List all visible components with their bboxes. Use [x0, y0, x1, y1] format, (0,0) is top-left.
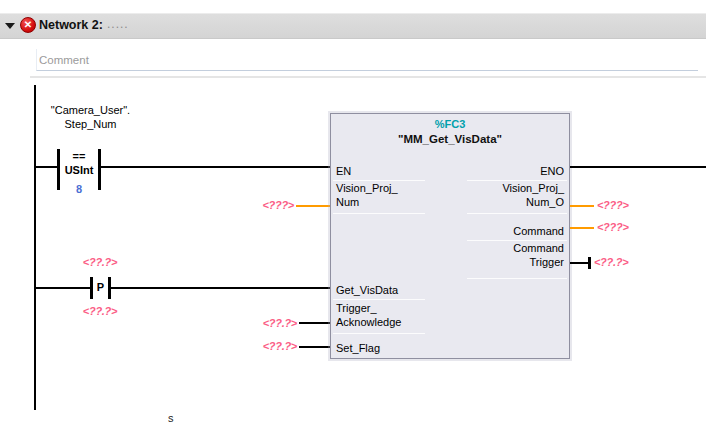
- lad-network-editor: ✕ Network 2: ..... Comment "Camera_User"…: [0, 0, 706, 437]
- wire-trigger-ack-input: [299, 322, 331, 324]
- pin-vision-proj-num-o-line1: Vision_Proj_: [502, 181, 564, 195]
- operand-vision-proj-num-o-out[interactable]: <???>: [597, 199, 629, 212]
- wire-num-o-output: [570, 205, 594, 207]
- wire-p-to-getvisdata: [111, 287, 331, 289]
- p-contact-operand-below[interactable]: <??.?>: [70, 305, 130, 318]
- pin-vision-proj-num-o-line2: Num_O: [526, 195, 564, 209]
- pin-command: Command: [513, 224, 564, 238]
- pin-set-flag: Set_Flag: [336, 341, 380, 355]
- compare-operand-line2[interactable]: Step_Num: [28, 118, 153, 131]
- operand-set-flag-in[interactable]: <??.?>: [257, 340, 297, 353]
- pin-separator: [467, 278, 567, 279]
- power-rail: [34, 85, 36, 410]
- wire-command-trigger-output: [570, 262, 589, 264]
- pin-trigger-ack-line1: Trigger_: [336, 301, 377, 315]
- network-title-placeholder[interactable]: .....: [107, 17, 129, 31]
- operand-vision-proj-num-in[interactable]: <???>: [254, 199, 294, 212]
- pin-trigger-ack-line2: Acknowledge: [336, 315, 401, 329]
- pin-separator: [333, 213, 425, 214]
- pin-vision-proj-num-line2: Num: [336, 195, 359, 209]
- wire-set-flag-input: [299, 346, 331, 348]
- compare-value[interactable]: 8: [59, 183, 99, 196]
- fc-block-mm-get-visdata[interactable]: %FC3 "MM_Get_VisData" EN ENO Vision_Proj…: [330, 113, 570, 359]
- p-contact-label[interactable]: P: [93, 281, 108, 294]
- collapse-triangle-icon[interactable]: [5, 23, 15, 29]
- block-address: %FC3: [331, 118, 569, 130]
- wire-num-input: [296, 205, 331, 207]
- operand-command-out[interactable]: <???>: [597, 221, 629, 234]
- compare-type[interactable]: USInt: [59, 164, 99, 177]
- pin-get-visdata: Get_VisData: [336, 283, 398, 297]
- pin-separator: [333, 333, 425, 334]
- separator-line: [30, 76, 706, 78]
- error-icon: ✕: [20, 17, 36, 33]
- network-header-bar[interactable]: ✕ Network 2: .....: [0, 13, 706, 39]
- compare-operand-line1[interactable]: "Camera_User".: [28, 104, 153, 117]
- wire-compare-to-en: [101, 166, 331, 168]
- pin-vision-proj-num-line1: Vision_Proj_: [336, 181, 398, 195]
- compare-operator[interactable]: ==: [59, 150, 99, 163]
- comment-input[interactable]: Comment: [36, 49, 698, 71]
- operand-trigger-ack-in[interactable]: <??.?>: [257, 317, 297, 330]
- stray-text: s: [168, 412, 174, 424]
- operand-command-trigger-out[interactable]: <??.?>: [594, 256, 628, 269]
- pin-eno: ENO: [540, 164, 564, 178]
- block-name[interactable]: "MM_Get_VisData": [331, 133, 569, 145]
- p-contact-operand-above[interactable]: <??.?>: [70, 256, 130, 269]
- pin-en: EN: [336, 164, 351, 178]
- pin-separator: [467, 213, 567, 214]
- wire-rail-to-compare: [35, 166, 58, 168]
- wire-command-output: [570, 227, 594, 229]
- wire-eno-output: [570, 166, 706, 168]
- network-title[interactable]: Network 2:: [39, 18, 103, 32]
- command-trigger-terminal-bar: [588, 257, 591, 269]
- pin-separator: [333, 299, 425, 300]
- wire-rail-to-p: [35, 287, 91, 289]
- pin-command-trigger-line2: Trigger: [530, 255, 564, 269]
- pin-command-trigger-line1: Command: [513, 241, 564, 255]
